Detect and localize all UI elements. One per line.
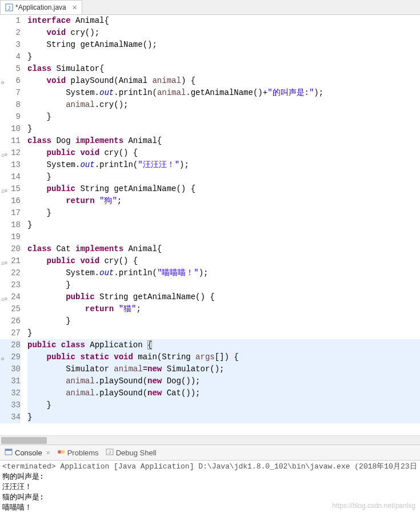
line-number: 30 (0, 363, 21, 375)
code-line[interactable]: animal.playSound(new Cat()); (27, 387, 420, 399)
svg-point-4 (58, 450, 61, 454)
code-line[interactable]: } (27, 399, 420, 411)
code-line[interactable]: } (27, 51, 420, 63)
code-line[interactable]: public class Application { (27, 339, 420, 351)
java-file-icon: J (5, 3, 13, 11)
line-gutter: 123456⊖789101112△⊖131415△⊖161718192021△⊖… (0, 15, 25, 435)
console-line: 汪汪汪！ (2, 482, 418, 493)
watermark-text: https://blog.csdn.net/panlxg (332, 502, 415, 510)
line-number: 7 (0, 87, 21, 99)
problems-icon (57, 448, 65, 458)
line-number: 25 (0, 303, 21, 315)
code-line[interactable]: } (27, 111, 420, 123)
line-number: 32 (0, 387, 21, 399)
code-line[interactable]: String getAnimalName(); (27, 39, 420, 51)
svg-text:J: J (109, 450, 111, 455)
horizontal-scrollbar[interactable] (0, 435, 420, 444)
code-line[interactable]: Simulator animal=new Simulator(); (27, 363, 420, 375)
code-line[interactable]: class Cat implements Animal{ (27, 243, 420, 255)
code-line[interactable]: class Dog implements Animal{ (27, 135, 420, 147)
bottom-view-tabs: Console ✕ Problems J Debug Shell (0, 444, 420, 461)
line-number: 12△⊖ (0, 147, 21, 159)
tab-filename: *Application.java (15, 3, 66, 11)
console-icon (5, 448, 13, 458)
line-number: 8 (0, 99, 21, 111)
line-number: 1 (0, 15, 21, 27)
tab-problems[interactable]: Problems (57, 448, 99, 458)
tab-debug-shell[interactable]: J Debug Shell (106, 448, 157, 458)
editor-tab-bar: J *Application.java ✕ (0, 0, 420, 15)
line-number: 22 (0, 267, 21, 279)
code-area[interactable]: interface Animal{ void cry(); String get… (25, 15, 420, 435)
code-line[interactable]: public static void main(String args[]) { (27, 351, 420, 363)
line-number: 21△⊖ (0, 255, 21, 267)
code-line[interactable]: } (27, 207, 420, 219)
close-icon[interactable]: ✕ (72, 4, 77, 11)
line-number: 13 (0, 159, 21, 171)
line-number: 16 (0, 195, 21, 207)
line-number: 19 (0, 231, 21, 243)
line-number: 4 (0, 51, 21, 63)
code-line[interactable]: } (27, 315, 420, 327)
line-number: 5 (0, 63, 21, 75)
code-line[interactable]: } (27, 219, 420, 231)
code-line[interactable]: System.out.println("喵喵喵！"); (27, 267, 420, 279)
code-line[interactable]: public void cry() { (27, 255, 420, 267)
code-line[interactable]: return "猫"; (27, 303, 420, 315)
tab-console-label: Console (15, 449, 42, 457)
code-line[interactable]: } (27, 123, 420, 135)
code-line[interactable] (27, 231, 420, 243)
code-line[interactable]: public String getAnimalName() { (27, 291, 420, 303)
line-number: 14 (0, 171, 21, 183)
close-icon[interactable]: ✕ (46, 450, 50, 456)
code-line[interactable]: class Simulator{ (27, 63, 420, 75)
code-line[interactable]: } (27, 171, 420, 183)
line-number: 33 (0, 399, 21, 411)
code-line[interactable]: System.out.println(animal.getAnimalName(… (27, 87, 420, 99)
line-number: 29⊖ (0, 351, 21, 363)
line-number: 31 (0, 375, 21, 387)
code-line[interactable]: System.out.println("汪汪汪！"); (27, 159, 420, 171)
code-line[interactable]: public void cry() { (27, 147, 420, 159)
line-number: 11 (0, 135, 21, 147)
code-line[interactable]: } (27, 327, 420, 339)
line-number: 10 (0, 123, 21, 135)
console-line: 狗的叫声是: (2, 472, 418, 482)
line-number: 28 (0, 339, 21, 351)
line-number: 27 (0, 327, 21, 339)
line-number: 23 (0, 279, 21, 291)
line-number: 20 (0, 243, 21, 255)
code-line[interactable]: void playSound(Animal animal) { (27, 75, 420, 87)
code-line[interactable]: interface Animal{ (27, 15, 420, 27)
tab-console[interactable]: Console ✕ (5, 448, 50, 458)
line-number: 17 (0, 207, 21, 219)
line-number: 9 (0, 111, 21, 123)
svg-text:J: J (8, 5, 11, 11)
line-number: 18 (0, 219, 21, 231)
code-line[interactable]: return "狗"; (27, 195, 420, 207)
code-line[interactable]: void cry(); (27, 27, 420, 39)
line-number: 2 (0, 27, 21, 39)
debug-shell-icon: J (106, 448, 114, 458)
code-line[interactable]: animal.playSound(new Dog()); (27, 375, 420, 387)
console-run-header: <terminated> Application [Java Applicati… (2, 462, 418, 472)
line-number: 6⊖ (0, 75, 21, 87)
line-number: 3 (0, 39, 21, 51)
code-line[interactable]: public String getAnimalName() { (27, 183, 420, 195)
line-number: 34 (0, 411, 21, 423)
code-line[interactable]: } (27, 279, 420, 291)
editor-tab-application[interactable]: J *Application.java ✕ (0, 0, 82, 14)
code-line[interactable]: } (27, 411, 420, 423)
tab-debug-shell-label: Debug Shell (116, 449, 157, 457)
line-number: 26 (0, 315, 21, 327)
scrollbar-thumb[interactable] (1, 437, 47, 444)
line-number: 24△⊖ (0, 291, 21, 303)
line-number: 15△⊖ (0, 183, 21, 195)
svg-rect-3 (5, 449, 12, 451)
code-line[interactable]: animal.cry(); (27, 99, 420, 111)
tab-problems-label: Problems (67, 449, 99, 457)
svg-point-5 (61, 450, 65, 454)
code-editor[interactable]: 123456⊖789101112△⊖131415△⊖161718192021△⊖… (0, 15, 420, 435)
